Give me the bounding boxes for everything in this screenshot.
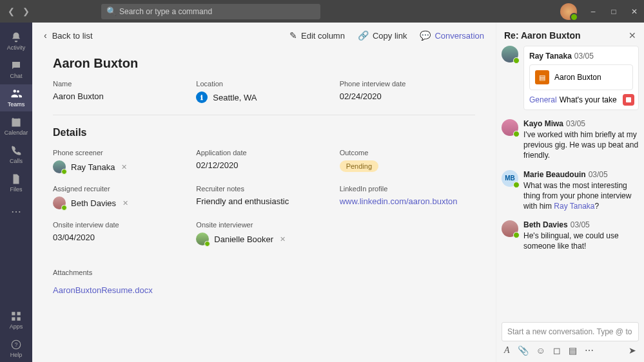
attachments-label: Attachments (53, 269, 475, 276)
field-value: 02/24/2020 (340, 91, 475, 101)
nav-forward-icon[interactable]: ❯ (23, 6, 30, 16)
minimize-button[interactable]: – (589, 7, 598, 16)
svg-rect-8 (626, 97, 631, 102)
author-name: Ray Tanaka (529, 52, 572, 61)
field-value: 02/12/2020 (196, 160, 331, 170)
message: Ray Tanaka03/05 ▤ Aaron Buxton GeneralWh… (502, 46, 639, 110)
search-icon: 🔍 (106, 6, 117, 16)
nav-back-icon[interactable]: ❮ (8, 6, 15, 16)
field-label: Application date (196, 149, 331, 157)
field-label: Assigned recruiter (53, 185, 188, 193)
field-label: LinkedIn profile (340, 185, 475, 193)
details-heading: Details (53, 127, 475, 138)
profile-avatar[interactable] (560, 3, 577, 20)
close-conversation-button[interactable]: ✕ (629, 30, 636, 41)
message-avatar (502, 46, 518, 62)
message-text: What's your take (560, 95, 617, 104)
rail-files[interactable]: Files (0, 169, 32, 196)
title-bar: ❮ ❯ 🔍 – □ ✕ (0, 0, 644, 23)
person-name: Danielle Booker (214, 234, 273, 244)
location-icon: ℹ (196, 91, 208, 103)
rail-calendar-label: Calendar (5, 129, 28, 136)
close-button[interactable]: ✕ (630, 7, 639, 16)
person-name: Ray Tanaka (71, 162, 115, 172)
rail-chat[interactable]: Chat (0, 56, 32, 83)
back-to-list[interactable]: ‹ Back to list (44, 30, 93, 41)
field-value: Beth Davies ✕ (53, 196, 188, 209)
attach-icon[interactable]: 📎 (518, 345, 529, 356)
status-badge: Pending (340, 160, 378, 172)
rail-calendar[interactable]: Calendar (0, 113, 32, 140)
field-label: Location (196, 80, 331, 88)
channel-link[interactable]: General (529, 95, 557, 104)
person-avatar (53, 160, 66, 173)
field-value: 03/04/2020 (53, 233, 188, 242)
field-label: Outcome (340, 149, 475, 157)
format-icon[interactable]: A (504, 345, 510, 356)
compose-input[interactable] (502, 322, 639, 341)
message-avatar (502, 220, 518, 237)
field-label: Name (53, 80, 188, 88)
attachment-card[interactable]: ▤ Aaron Buxton (529, 64, 633, 90)
list-icon: ▤ (535, 70, 549, 84)
field-value: Pending (340, 160, 475, 172)
rail-chat-label: Chat (10, 73, 22, 79)
rail-activity[interactable]: Activity (0, 28, 32, 55)
rail-teams-label: Teams (8, 101, 25, 108)
person-avatar (53, 196, 66, 209)
remove-person-button[interactable]: ✕ (280, 235, 286, 243)
attachment-link[interactable]: AaronBuxtonResume.docx (53, 285, 153, 295)
ellipsis-icon: ⋯ (11, 205, 21, 218)
app-rail: Activity Chat Teams Calendar Calls Files… (0, 23, 32, 362)
rail-more[interactable]: ⋯ (0, 198, 32, 225)
location-text: Seattle, WA (213, 93, 257, 102)
rail-files-label: Files (10, 186, 22, 193)
file-icon (10, 173, 22, 185)
record-toolbar: ‹ Back to list ✎ Edit column 🔗 Copy link… (32, 23, 496, 48)
apps-icon (10, 310, 22, 322)
pencil-icon: ✎ (289, 30, 297, 41)
teams-icon (10, 88, 22, 100)
rail-calls[interactable]: Calls (0, 141, 32, 168)
edit-column-label: Edit column (301, 31, 345, 41)
person-name: Beth Davies (71, 198, 116, 208)
remove-person-button[interactable]: ✕ (121, 163, 127, 171)
copy-link-label: Copy link (373, 31, 407, 41)
maximize-button[interactable]: □ (609, 7, 618, 16)
linkedin-link[interactable]: www.linkedin.com/aaron.buxton (340, 196, 458, 206)
chat-icon (10, 60, 22, 71)
field-label: Onsite interview date (53, 221, 188, 229)
field-value: ℹ Seattle, WA (196, 91, 331, 103)
remove-person-button[interactable]: ✕ (122, 199, 128, 207)
divider (53, 115, 475, 115)
field-label: Recruiter notes (196, 185, 331, 193)
copy-link-button[interactable]: 🔗 Copy link (358, 30, 407, 41)
conversation-button[interactable]: 💬 Conversation (420, 30, 484, 41)
record-pane: ‹ Back to list ✎ Edit column 🔗 Copy link… (32, 23, 496, 362)
send-button[interactable]: ➤ (629, 345, 636, 356)
field-value: Danielle Booker ✕ (196, 233, 331, 245)
field-value: Ray Tanaka ✕ (53, 160, 188, 173)
svg-rect-4 (12, 318, 15, 321)
rail-apps[interactable]: Apps (0, 307, 32, 334)
emoji-icon[interactable]: ☺ (536, 345, 545, 356)
mention-link[interactable]: Ray Tanaka (554, 202, 594, 211)
field-label: Phone interview date (340, 80, 475, 88)
attachment-title: Aaron Buxton (554, 73, 601, 82)
chevron-left-icon: ‹ (44, 30, 47, 41)
search-input[interactable] (101, 4, 320, 19)
rail-help[interactable]: ? Help (0, 335, 32, 362)
rail-teams[interactable]: Teams (0, 84, 32, 111)
gif-icon[interactable]: ◻ (553, 345, 561, 356)
more-icon[interactable]: ⋯ (585, 345, 594, 356)
author-name: Beth Davies (523, 220, 568, 229)
phone-icon (10, 145, 22, 157)
edit-column-button[interactable]: ✎ Edit column (289, 30, 345, 41)
conversation-title: Re: Aaron Buxton (504, 30, 580, 41)
bell-icon (10, 32, 22, 43)
back-label: Back to list (52, 31, 93, 41)
conversation-icon: 💬 (420, 30, 431, 41)
message-text: I've worked with him briefly at my previ… (523, 129, 639, 161)
message-date: 03/05 (566, 119, 585, 128)
sticker-icon[interactable]: ▤ (569, 345, 577, 356)
